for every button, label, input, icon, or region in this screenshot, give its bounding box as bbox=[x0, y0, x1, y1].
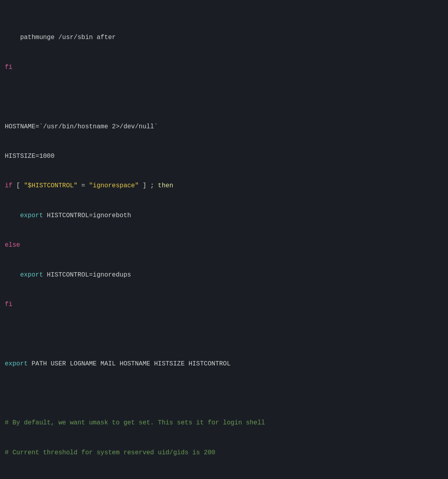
line-9: export HISTCONTROL=ignoredups bbox=[5, 270, 443, 280]
line-2: fi bbox=[5, 63, 443, 73]
line-6: if [ "$HISTCONTROL" = "ignorespace" ] ; … bbox=[5, 181, 443, 191]
line-4: HOSTNAME=`/usr/bin/hostname 2>/dev/null` bbox=[5, 122, 443, 132]
line-10: fi bbox=[5, 300, 443, 310]
line-5: HISTSIZE=1000 bbox=[5, 151, 443, 161]
line-16: # You could check uidgid reservation val… bbox=[5, 477, 443, 479]
line-blank-3 bbox=[5, 389, 443, 399]
line-15: # Current threshold for system reserved … bbox=[5, 448, 443, 458]
line-blank-1 bbox=[5, 92, 443, 102]
line-8: else bbox=[5, 240, 443, 250]
line-12: export PATH USER LOGNAME MAIL HOSTNAME H… bbox=[5, 359, 443, 369]
code-area[interactable]: pathmunge /usr/sbin after fi HOSTNAME=`/… bbox=[0, 0, 448, 479]
editor-container: pathmunge /usr/sbin after fi HOSTNAME=`/… bbox=[0, 0, 448, 479]
line-14: # By default, we want umask to get set. … bbox=[5, 418, 443, 428]
line-1: pathmunge /usr/sbin after bbox=[5, 33, 443, 43]
line-blank-2 bbox=[5, 329, 443, 339]
line-7: export HISTCONTROL=ignoreboth bbox=[5, 211, 443, 221]
